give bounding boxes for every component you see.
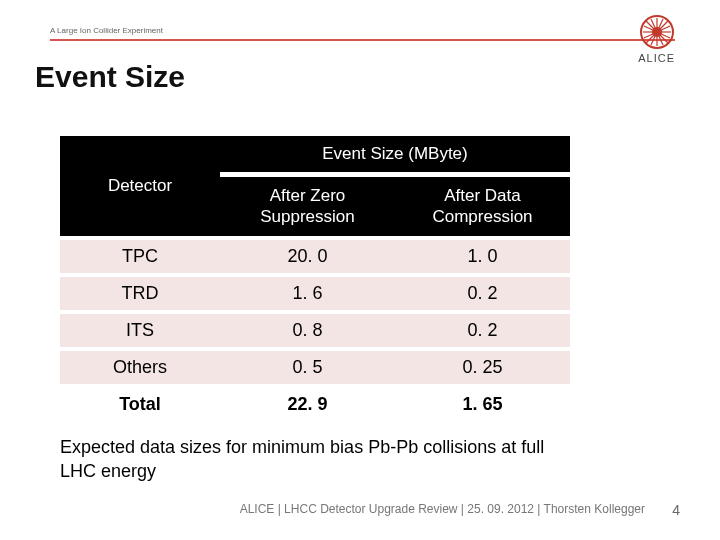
- cell-zero: 0. 8: [220, 314, 395, 347]
- col-header-group: Event Size (MByte): [220, 136, 570, 173]
- cell-zero: 0. 5: [220, 351, 395, 384]
- cell-zero: 20. 0: [220, 240, 395, 273]
- footer-text: ALICE | LHCC Detector Upgrade Review | 2…: [240, 502, 645, 516]
- alice-logo-icon: [639, 14, 675, 50]
- event-size-table-wrap: Detector Event Size (MByte) After Zero S…: [60, 132, 570, 483]
- cell-comp: 0. 2: [395, 277, 570, 310]
- cell-detector: TRD: [60, 277, 220, 310]
- cell-comp: 0. 25: [395, 351, 570, 384]
- col-header-detector: Detector: [60, 136, 220, 236]
- table-row: Others 0. 5 0. 25: [60, 351, 570, 384]
- col-header-comp: After Data Compression: [395, 177, 570, 236]
- logo: ALICE: [638, 14, 675, 64]
- page-title: Event Size: [35, 60, 185, 94]
- svg-point-9: [652, 27, 662, 37]
- cell-comp: 0. 2: [395, 314, 570, 347]
- table-row-total: Total 22. 9 1. 65: [60, 388, 570, 421]
- cell-comp: 1. 0: [395, 240, 570, 273]
- page-number: 4: [672, 502, 680, 518]
- event-size-table: Detector Event Size (MByte) After Zero S…: [60, 132, 570, 425]
- col-header-zero: After Zero Suppression: [220, 177, 395, 236]
- table-row: TRD 1. 6 0. 2: [60, 277, 570, 310]
- cell-detector: Others: [60, 351, 220, 384]
- table-row: TPC 20. 0 1. 0: [60, 240, 570, 273]
- table-note: Expected data sizes for minimum bias Pb-…: [60, 435, 570, 484]
- cell-zero: 22. 9: [220, 388, 395, 421]
- cell-detector: Total: [60, 388, 220, 421]
- cell-detector: ITS: [60, 314, 220, 347]
- logo-brand-text: ALICE: [638, 52, 675, 64]
- table-row: ITS 0. 8 0. 2: [60, 314, 570, 347]
- cell-zero: 1. 6: [220, 277, 395, 310]
- header-bar: A Large Ion Collider Experiment: [50, 26, 675, 41]
- cell-detector: TPC: [60, 240, 220, 273]
- cell-comp: 1. 65: [395, 388, 570, 421]
- header-subtitle: A Large Ion Collider Experiment: [50, 26, 675, 35]
